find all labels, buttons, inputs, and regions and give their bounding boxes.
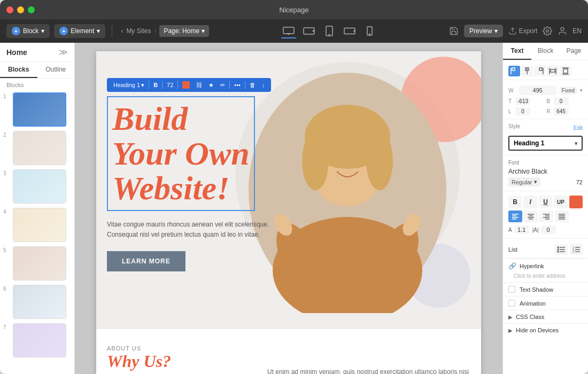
- page-thumb-7[interactable]: [13, 323, 66, 357]
- my-sites-link[interactable]: My Sites: [126, 27, 151, 35]
- list-item[interactable]: 3: [0, 167, 74, 206]
- align-fill-button[interactable]: [560, 66, 571, 76]
- minimize-button[interactable]: [17, 6, 24, 13]
- export-button[interactable]: Export: [508, 27, 538, 35]
- color-format-button[interactable]: [569, 196, 583, 208]
- page-thumb-3[interactable]: [13, 169, 66, 204]
- letter-spacing-value[interactable]: 1.1: [514, 225, 529, 234]
- page-home-button[interactable]: Page: Home ▾: [159, 25, 209, 37]
- dimensions-section: W 495 Fixed ▾ T -613 B 0 L: [503, 80, 588, 119]
- underline-format-button[interactable]: U: [539, 196, 552, 208]
- tab-block[interactable]: Block: [531, 43, 560, 60]
- width-value[interactable]: 495: [519, 85, 556, 95]
- bottom-value[interactable]: 0: [554, 97, 569, 105]
- bold-button[interactable]: B: [151, 81, 160, 89]
- right-value[interactable]: 645: [554, 107, 569, 115]
- hero-cta-button[interactable]: LEARN MORE: [107, 251, 185, 271]
- tab-text[interactable]: Text: [503, 43, 531, 60]
- maximize-button[interactable]: [28, 6, 35, 13]
- mobile-landscape-icon[interactable]: [342, 26, 357, 36]
- close-button[interactable]: [6, 6, 13, 13]
- star-button[interactable]: ★: [206, 81, 216, 90]
- superscript-format-button[interactable]: UP: [554, 196, 567, 208]
- delete-button[interactable]: 🗑: [247, 81, 258, 89]
- hero-heading-box[interactable]: Build Your Own Website!: [107, 96, 255, 211]
- page-num: 7: [3, 323, 10, 330]
- text-shadow-checkbox[interactable]: [508, 286, 515, 293]
- font-size-value[interactable]: 72: [576, 179, 583, 185]
- text-align-justify-button[interactable]: [555, 211, 569, 222]
- page-thumb-4[interactable]: [13, 208, 66, 242]
- lang-button[interactable]: EN: [572, 27, 582, 35]
- page-num: 1: [3, 92, 10, 99]
- mobile-portrait-icon[interactable]: [362, 26, 377, 36]
- top-value[interactable]: -613: [515, 97, 530, 105]
- font-style-button[interactable]: Regular ▾: [508, 177, 540, 186]
- letter-spacing-label: A: [508, 227, 512, 233]
- bold-format-button[interactable]: B: [508, 196, 522, 208]
- style-edit-button[interactable]: Edit: [574, 125, 583, 131]
- left-value[interactable]: 0: [515, 107, 530, 115]
- tab-page[interactable]: Page: [560, 43, 588, 60]
- add-element-button[interactable]: + Element ▾: [54, 24, 105, 38]
- text-align-right-button[interactable]: [539, 211, 553, 222]
- font-color-button[interactable]: [180, 80, 192, 90]
- animation-row[interactable]: Animation: [503, 296, 588, 310]
- preview-button[interactable]: Preview ▾: [464, 25, 503, 37]
- animation-checkbox[interactable]: [508, 300, 515, 307]
- heading-line3: Website!: [112, 170, 229, 206]
- text-transform-value[interactable]: 0: [541, 225, 556, 234]
- sidebar-collapse-icon[interactable]: ≫: [59, 47, 68, 57]
- align-top-right-button[interactable]: [534, 66, 546, 76]
- tablet-portrait-icon[interactable]: [322, 26, 337, 36]
- list-item[interactable]: 7: [0, 321, 74, 360]
- align-top-center-button[interactable]: [521, 66, 533, 76]
- list-item[interactable]: 2: [0, 129, 74, 167]
- text-align-center-button[interactable]: [524, 211, 538, 222]
- list-item[interactable]: 1: [0, 90, 74, 129]
- move-down-button[interactable]: ↓: [260, 81, 267, 89]
- text-align-left-button[interactable]: [508, 211, 522, 222]
- brush-button[interactable]: ✏: [218, 81, 227, 90]
- desktop-icon[interactable]: [281, 26, 296, 36]
- color-dot: [182, 81, 190, 89]
- list-item[interactable]: 6: [0, 283, 74, 321]
- page-thumb-1[interactable]: [13, 92, 66, 127]
- about-left: ABOUT US Why Us?: [107, 345, 246, 374]
- page-thumb-2[interactable]: [13, 131, 66, 165]
- font-size-input[interactable]: 72: [165, 81, 175, 89]
- tab-blocks[interactable]: Blocks: [0, 62, 37, 78]
- tab-outline[interactable]: Outline: [37, 62, 75, 78]
- page-thumb-5[interactable]: [13, 246, 66, 280]
- hide-devices-row[interactable]: ▶ Hide on Devices: [503, 323, 588, 337]
- heading-style-selector[interactable]: Heading 1 ▾: [111, 81, 146, 90]
- unordered-list-button[interactable]: [555, 244, 568, 255]
- css-class-row[interactable]: ▶ CSS Class: [503, 310, 588, 323]
- more-button[interactable]: •••: [232, 81, 243, 89]
- list-item[interactable]: 4: [0, 206, 74, 244]
- plus-icon: +: [12, 27, 20, 35]
- svg-point-53: [558, 247, 559, 248]
- canvas-area[interactable]: Heading 1 ▾ B 72 ⛓ ★ ✏: [75, 43, 502, 374]
- text-shadow-row[interactable]: Text Shadow: [503, 282, 588, 296]
- heading-line2: Your Own: [112, 135, 250, 172]
- tablet-landscape-icon[interactable]: [301, 26, 316, 36]
- toolbar-sep-2: [162, 81, 163, 89]
- ordered-list-button[interactable]: 1.2.3.: [570, 244, 583, 255]
- link-button[interactable]: ⛓: [194, 81, 204, 89]
- width-mode[interactable]: Fixed: [560, 87, 577, 95]
- align-stretch-button[interactable]: [547, 66, 559, 76]
- align-top-left-button[interactable]: [508, 66, 520, 76]
- hyperlink-placeholder[interactable]: Click to enter address: [508, 273, 583, 282]
- add-block-button[interactable]: + Block ▾: [6, 24, 50, 38]
- settings-button[interactable]: [543, 26, 552, 36]
- italic-format-button[interactable]: I: [523, 196, 537, 208]
- page-thumb-6[interactable]: [13, 285, 66, 319]
- save-button[interactable]: [449, 26, 459, 36]
- style-dropdown[interactable]: Heading 1 ▾: [508, 136, 583, 151]
- user-button[interactable]: [558, 26, 567, 36]
- list-item[interactable]: 5: [0, 244, 74, 283]
- toolbar: + Block ▾ + Element ▾ ‹ My Sites › Page:…: [0, 19, 588, 43]
- style-section: Style Edit Heading 1 ▾: [503, 119, 588, 155]
- font-section-label: Font: [508, 160, 583, 166]
